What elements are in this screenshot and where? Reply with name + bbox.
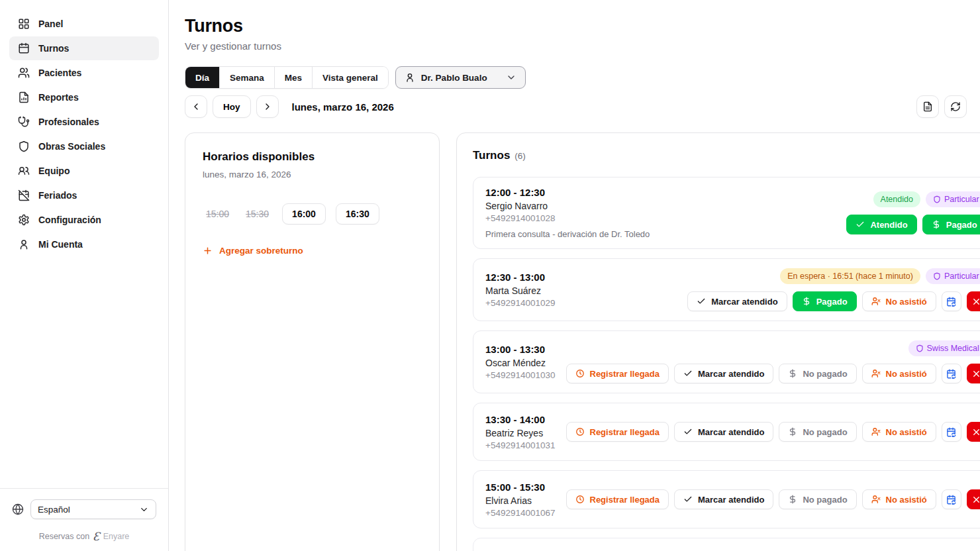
export-report-button[interactable]: [916, 95, 939, 118]
sidebar-item-equipo[interactable]: Equipo: [9, 159, 159, 183]
patient-phone: +5492914001031: [485, 440, 556, 450]
sidebar-item-label: Mi Cuenta: [38, 239, 83, 250]
cancelar-button[interactable]: [967, 364, 980, 383]
next-day-button[interactable]: [256, 95, 279, 118]
doctor-select[interactable]: Dr. Pablo Bualo: [395, 66, 526, 89]
appointment-right: AtendidoParticularAtendidoPagado: [846, 187, 980, 239]
check-icon: [683, 427, 693, 436]
marcar-atendido-button[interactable]: Marcar atendido: [674, 489, 773, 509]
marcar-atendido-button[interactable]: Marcar atendido: [687, 291, 787, 311]
reprogramar-button[interactable]: [942, 291, 961, 311]
tab-mes[interactable]: Mes: [274, 67, 312, 88]
available-hours-title: Horarios disponibles: [203, 150, 422, 164]
no-pagado-button[interactable]: No pagado: [779, 422, 856, 442]
patient-name: Elvira Arias: [485, 495, 556, 506]
patient-name: Oscar Méndez: [485, 358, 556, 368]
appointment-time: 13:30 - 14:00: [485, 414, 556, 425]
cancelar-button[interactable]: [967, 291, 980, 311]
sidebar-item-panel[interactable]: Panel: [9, 12, 159, 36]
available-hours-date: lunes, marzo 16, 2026: [203, 170, 422, 179]
no-asistio-button[interactable]: No asistió: [862, 291, 936, 311]
no-asistio-button[interactable]: No asistió: [862, 422, 936, 442]
appointment-info: 12:30 - 13:00Marta Suárez+5492914001029: [485, 268, 556, 311]
check-icon: [697, 297, 706, 306]
sidebar-item-obras-sociales[interactable]: Obras Sociales: [9, 134, 159, 158]
language-select[interactable]: Español: [30, 499, 156, 519]
no-pagado-button[interactable]: No pagado: [779, 489, 856, 509]
sidebar-item-label: Configuración: [38, 215, 101, 225]
stethoscope-icon: [18, 116, 30, 128]
main-content: Turnos Ver y gestionar turnos DíaSemanaM…: [169, 0, 980, 551]
status-badge: Particular: [926, 191, 980, 207]
sidebar-nav: PanelTurnosPacientesReportesProfesionale…: [0, 0, 168, 256]
current-date: lunes, marzo 16, 2026: [292, 101, 394, 113]
pagado-button[interactable]: Pagado: [793, 291, 857, 311]
sidebar-item-turnos[interactable]: Turnos: [9, 36, 159, 60]
patient-phone: +5492914001030: [485, 370, 556, 380]
dollar-icon: [788, 369, 797, 378]
marcar-atendido-button[interactable]: Marcar atendido: [674, 364, 773, 383]
appointments-title: Turnos: [473, 149, 510, 162]
no-pagado-button[interactable]: No pagado: [779, 364, 856, 383]
user-icon: [18, 238, 30, 250]
appointment-card: 13:30 - 14:00Beatriz Reyes+5492914001031…: [473, 403, 980, 461]
today-button[interactable]: Hoy: [213, 95, 251, 118]
sidebar-item-label: Obras Sociales: [38, 141, 105, 152]
atendido-button[interactable]: Atendido: [846, 215, 916, 234]
reprogramar-button[interactable]: [942, 364, 961, 383]
check-icon: [683, 369, 693, 378]
appointment-right: Swiss MedicalRegistrar llegadaMarcar ate…: [566, 340, 980, 383]
sidebar-item-pacientes[interactable]: Pacientes: [9, 61, 159, 85]
appointment-time: 13:00 - 13:30: [485, 344, 556, 355]
page-title: Turnos: [185, 16, 967, 36]
pagado-button[interactable]: Pagado: [922, 215, 980, 234]
x-icon: [971, 495, 980, 505]
no-asistio-button[interactable]: No asistió: [862, 489, 936, 509]
sidebar-item-label: Pacientes: [38, 68, 81, 78]
appointment-right: Registrar llegadaMarcar atendidoNo pagad…: [566, 413, 980, 451]
brand-prefix: Reservas con: [39, 532, 89, 541]
dollar-icon: [788, 427, 797, 436]
time-slot-button[interactable]: 16:30: [336, 203, 379, 225]
appointment-time: 12:30 - 13:00: [485, 272, 556, 283]
sidebar-item-label: Equipo: [38, 166, 70, 176]
sidebar-item-mi-cuenta[interactable]: Mi Cuenta: [9, 232, 159, 256]
appointment-time: 12:00 - 12:30: [485, 187, 650, 198]
tab-vista-general[interactable]: Vista general: [312, 67, 388, 88]
appointment-time: 15:00 - 15:30: [485, 481, 556, 493]
user-x-icon: [871, 369, 881, 378]
sidebar-item-profesionales[interactable]: Profesionales: [9, 110, 159, 134]
calendar-sync-icon: [946, 427, 956, 437]
registrar-llegada-button[interactable]: Registrar llegada: [566, 364, 669, 383]
refresh-button[interactable]: [944, 95, 967, 118]
sidebar-item-feriados[interactable]: Feriados: [9, 183, 159, 207]
shield-icon: [18, 140, 30, 152]
cancelar-button[interactable]: [967, 422, 980, 442]
status-badge: Swiss Medical: [908, 340, 980, 356]
dollar-icon: [932, 220, 941, 229]
sidebar-item-configuracion[interactable]: Configuración: [9, 208, 159, 232]
prev-day-button[interactable]: [185, 95, 207, 118]
add-overbooking-button[interactable]: Agregar sobreturno: [203, 246, 303, 256]
marcar-atendido-button[interactable]: Marcar atendido: [674, 422, 773, 442]
shield-icon: [933, 272, 941, 280]
user-icon: [405, 72, 415, 83]
appointment-card: 12:00 - 12:30Sergio Navarro+549291400102…: [473, 177, 980, 249]
appointment-info: 13:30 - 14:00Beatriz Reyes+5492914001031: [485, 413, 556, 451]
sidebar: PanelTurnosPacientesReportesProfesionale…: [0, 0, 169, 551]
tab-dia[interactable]: Día: [185, 67, 219, 88]
time-slot-button[interactable]: 16:00: [282, 203, 326, 225]
reprogramar-button[interactable]: [942, 422, 961, 442]
registrar-llegada-button[interactable]: Registrar llegada: [566, 422, 669, 442]
status-badges: En espera · 16:51 (hace 1 minuto)Particu…: [780, 268, 980, 284]
status-badge: Atendido: [873, 191, 920, 207]
cancelar-button[interactable]: [967, 489, 980, 509]
tab-semana[interactable]: Semana: [219, 67, 274, 88]
clock-icon: [575, 495, 585, 504]
sidebar-item-reportes[interactable]: Reportes: [9, 85, 159, 109]
no-asistio-button[interactable]: No asistió: [862, 364, 936, 383]
patient-name: Beatriz Reyes: [485, 428, 556, 438]
registrar-llegada-button[interactable]: Registrar llegada: [566, 489, 669, 509]
reprogramar-button[interactable]: [942, 489, 961, 509]
check-icon: [856, 220, 865, 229]
